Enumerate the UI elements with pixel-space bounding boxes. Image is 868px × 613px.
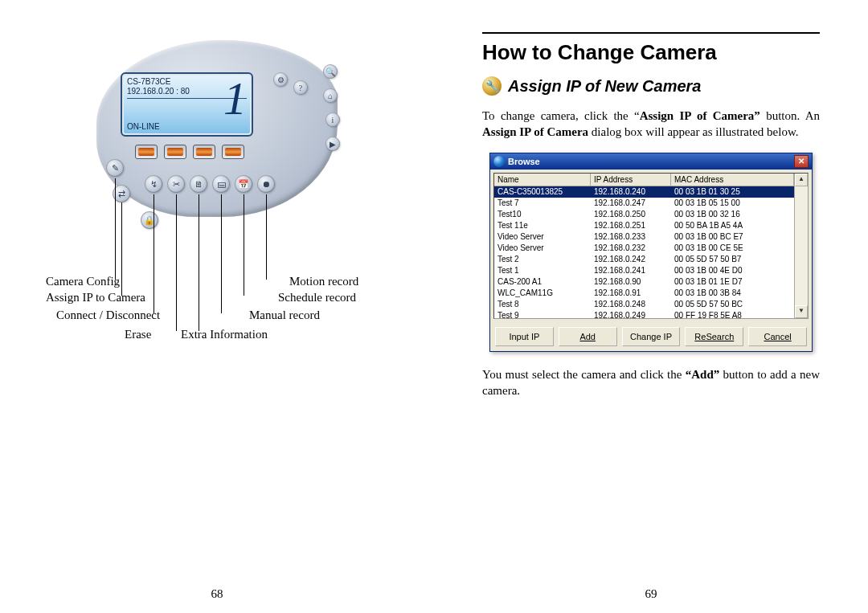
listview-row[interactable]: Video Server192.168.0.23300 03 1B 00 BC …: [494, 231, 794, 243]
listview-row[interactable]: Test 2192.168.0.24200 05 5D 57 50 B7: [494, 254, 794, 265]
listview-cell: 00 03 1B 00 CE 5E: [671, 243, 794, 254]
listview-cell: 192.168.0.233: [591, 231, 671, 243]
column-name[interactable]: Name: [494, 174, 591, 186]
callout-line: [221, 194, 222, 313]
listview-cell: Test 9: [494, 310, 591, 318]
device-screen: CS-7B73CE 192.168.0.20 : 80 ON-LINE 1: [121, 72, 253, 137]
label-motion-record: Motion record: [289, 275, 358, 288]
paragraph-2: You must select the camera and click the…: [482, 366, 820, 399]
listview-cell: 192.168.0.247: [591, 198, 671, 209]
listview-cell: 192.168.0.242: [591, 254, 671, 265]
label-manual-record: Manual record: [249, 309, 320, 322]
listview-cell: Test10: [494, 209, 591, 220]
lock-icon[interactable]: 🔒: [141, 211, 158, 229]
listview-cell: CAS-200 A1: [494, 276, 591, 288]
page-title: How to Change Camera: [482, 40, 820, 65]
settings-icon[interactable]: ⚙: [273, 72, 288, 87]
listview-row[interactable]: CAS-200 A1192.168.0.9000 03 1B 01 1E D7: [494, 276, 794, 288]
globe-icon: [493, 156, 505, 167]
browse-dialog: Browse ✕ Name IP Address MAC Address CAS…: [489, 153, 813, 352]
screen-status: ON-LINE: [127, 122, 160, 132]
camera-config-button[interactable]: ✎: [106, 159, 124, 177]
text-span: button. An: [760, 109, 820, 122]
left-page: CS-7B73CE 192.168.0.20 : 80 ON-LINE 1 🔍 …: [0, 0, 434, 613]
scroll-up-button[interactable]: ▲: [795, 174, 808, 186]
listview-cell: 192.168.0.251: [591, 220, 671, 231]
page-number-right: 69: [645, 587, 657, 601]
listview-cell: 192.168.0.232: [591, 243, 671, 254]
port-icon: [193, 145, 215, 159]
port-icon: [164, 145, 186, 159]
listview-cell: 00 05 5D 57 50 BC: [671, 299, 794, 310]
listview-cell: Test 8: [494, 299, 591, 310]
page-number-left: 68: [211, 587, 223, 601]
research-button[interactable]: ReSearch: [685, 327, 743, 346]
heading-rule: [482, 32, 820, 34]
listview-cell: 192.168.0.248: [591, 299, 671, 310]
close-button[interactable]: ✕: [794, 155, 809, 168]
column-mac[interactable]: MAC Address: [671, 174, 794, 186]
right-page: How to Change Camera 🔧 Assign IP of New …: [434, 0, 868, 613]
scroll-down-button[interactable]: ▼: [795, 305, 808, 318]
label-assign-ip: Assign IP to Camera: [46, 291, 145, 304]
listview-row[interactable]: Video Server192.168.0.23200 03 1B 00 CE …: [494, 243, 794, 254]
listview-cell: 00 03 1B 00 32 16: [671, 209, 794, 220]
listview-cell: CAS-C350013825: [494, 186, 591, 198]
change-ip-button[interactable]: Change IP: [622, 327, 681, 346]
listview[interactable]: Name IP Address MAC Address CAS-C3500138…: [493, 173, 809, 319]
listview-cell: 192.168.0.90: [591, 276, 671, 288]
text-span: To change camera, click the “: [482, 109, 640, 122]
listview-cell: 192.168.0.91: [591, 288, 671, 299]
callout-line: [176, 194, 177, 331]
listview-row[interactable]: WLC_CAM11G192.168.0.9100 03 1B 00 3B 84: [494, 288, 794, 299]
input-ip-button[interactable]: Input IP: [495, 327, 554, 346]
help-icon[interactable]: ?: [293, 80, 308, 95]
listview-row[interactable]: Test10192.168.0.25000 03 1B 00 32 16: [494, 209, 794, 220]
dialog-title: Browse: [508, 157, 540, 166]
listview-cell: 00 03 1B 00 3B 84: [671, 288, 794, 299]
listview-row[interactable]: Test 7192.168.0.24700 03 1B 05 15 00: [494, 198, 794, 209]
listview-cell: 192.168.0.249: [591, 310, 671, 318]
manual-record-button[interactable]: 🖴: [212, 175, 230, 193]
bold-text: “Add”: [686, 368, 720, 381]
cancel-button[interactable]: Cancel: [748, 327, 807, 346]
home-icon[interactable]: ⌂: [323, 88, 338, 103]
label-schedule-record: Schedule record: [278, 291, 356, 304]
label-connect-disconnect: Connect / Disconnect: [56, 309, 160, 322]
add-button[interactable]: Add: [559, 327, 617, 346]
info-icon[interactable]: i: [326, 112, 340, 127]
listview-row[interactable]: Test 8192.168.0.24800 05 5D 57 50 BC: [494, 299, 794, 310]
listview-cell: Video Server: [494, 231, 591, 243]
connect-disconnect-button[interactable]: ↯: [145, 175, 162, 193]
column-ip[interactable]: IP Address: [591, 174, 671, 186]
listview-row[interactable]: Test 9192.168.0.24900 FF 19 F8 5E A8: [494, 310, 794, 318]
listview-cell: Test 7: [494, 198, 591, 209]
motion-record-button[interactable]: ⏺: [257, 175, 275, 193]
listview-row[interactable]: Test 1192.168.0.24100 03 1B 00 4E D0: [494, 265, 794, 276]
wrench-icon: 🔧: [482, 76, 502, 96]
listview-row[interactable]: Test 11e192.168.0.25100 50 BA 1B A5 4A: [494, 220, 794, 231]
scroll-track[interactable]: [795, 186, 808, 305]
listview-cell: Test 1: [494, 265, 591, 276]
callout-line: [121, 202, 122, 296]
listview-cell: 00 05 5D 57 50 B7: [671, 254, 794, 265]
listview-cell: 00 03 1B 05 15 00: [671, 198, 794, 209]
listview-row[interactable]: CAS-C350013825192.168.0.24000 03 1B 01 3…: [494, 186, 794, 198]
listview-header: Name IP Address MAC Address: [494, 174, 794, 186]
callout-line: [154, 194, 154, 313]
extra-info-button[interactable]: 🗎: [190, 175, 207, 193]
schedule-record-button[interactable]: 📅: [235, 175, 252, 193]
erase-button[interactable]: ✂: [167, 175, 185, 193]
port-icon: [222, 145, 244, 159]
zoom-in-icon[interactable]: 🔍: [323, 64, 338, 79]
listview-cell: 00 03 1B 00 4E D0: [671, 265, 794, 276]
listview-cell: Video Server: [494, 243, 591, 254]
port-icon: [135, 145, 158, 159]
listview-cell: Test 2: [494, 254, 591, 265]
play-icon[interactable]: ▶: [326, 137, 340, 151]
scrollbar[interactable]: ▲ ▼: [794, 174, 808, 318]
paragraph-1: To change camera, click the “Assign IP o…: [482, 108, 820, 141]
listview-cell: WLC_CAM11G: [494, 288, 591, 299]
ports-row: [135, 145, 244, 159]
device-illustration: CS-7B73CE 192.168.0.20 : 80 ON-LINE 1 🔍 …: [64, 32, 370, 265]
